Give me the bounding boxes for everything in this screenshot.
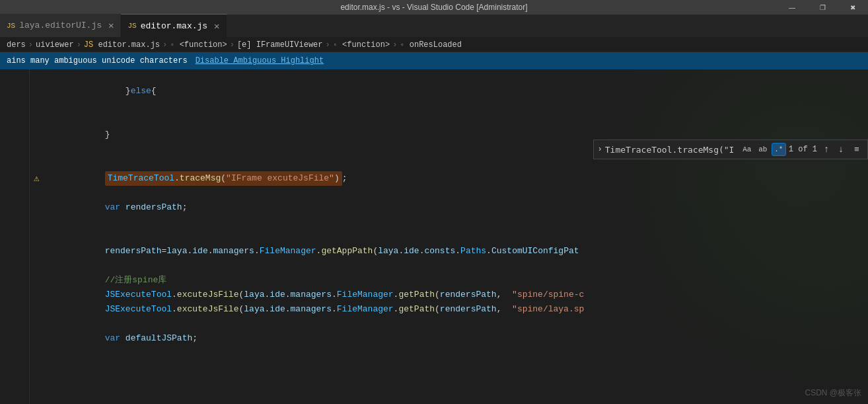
line-num	[7, 229, 22, 244]
search-nav: ↑ ↓	[820, 143, 848, 156]
search-chevron-icon: ›	[598, 145, 602, 154]
breadcrumb: ders › uiviewer › JS editor.max.js › ◦ <…	[0, 38, 868, 52]
line-numbers	[0, 69, 30, 404]
tab-bar: JS laya.editorUI.js ✕ JS editor.max.js ✕	[0, 15, 868, 38]
maximize-btn[interactable]: ✖	[838, 0, 868, 15]
line-num	[7, 215, 22, 229]
search-box: › Aa ab .* 1 of 1 ↑ ↓ ≡	[593, 140, 868, 159]
search-options: Aa ab .*	[740, 143, 786, 156]
breadcrumb-item-6[interactable]: ◦ <function>	[333, 40, 390, 50]
code-line-blank-9	[43, 259, 868, 273]
match-case-btn[interactable]: Aa	[740, 143, 754, 156]
whole-word-btn[interactable]: ab	[756, 143, 770, 156]
tab-label-1: laya.editorUI.js	[19, 20, 102, 30]
line-num	[7, 273, 22, 288]
minimize-btn[interactable]: —	[777, 0, 807, 15]
tab-editor-max[interactable]: JS editor.max.js ✕	[121, 14, 227, 37]
code-line-else: }else{	[43, 84, 868, 99]
breadcrumb-sep-4: ›	[230, 40, 235, 50]
line-num	[7, 331, 22, 346]
line-num	[7, 128, 22, 142]
tab-icon-2: JS	[127, 22, 136, 30]
regex-btn[interactable]: .*	[772, 143, 786, 156]
line-num	[7, 142, 22, 157]
search-prev-btn[interactable]: ↑	[820, 143, 833, 156]
breadcrumb-item-4[interactable]: ◦ <function>	[170, 40, 227, 50]
line-num	[7, 244, 22, 259]
line-num	[7, 186, 22, 200]
breadcrumb-sep-6: ›	[392, 40, 397, 50]
line-num	[7, 84, 22, 99]
search-result-count: 1 of 1	[789, 145, 817, 154]
line-num	[7, 259, 22, 273]
line-num	[7, 360, 22, 375]
tab-laya-editorui[interactable]: JS laya.editorUI.js ✕	[0, 14, 121, 37]
line-num	[7, 346, 22, 360]
window-title: editor.max.js - vs - Visual Studio Code …	[340, 3, 527, 12]
breadcrumb-item-2[interactable]: uiviewer	[36, 40, 74, 50]
title-bar: editor.max.js - vs - Visual Studio Code …	[0, 0, 868, 15]
tab-close-1[interactable]: ✕	[108, 20, 114, 31]
disable-ambiguous-highlight-link[interactable]: Disable Ambiguous Highlight	[196, 56, 324, 65]
tab-icon-1: JS	[7, 22, 15, 30]
code-line-blank-7	[43, 215, 868, 229]
breadcrumb-sep-5: ›	[326, 40, 330, 50]
search-close-btn[interactable]: ≡	[850, 143, 863, 156]
line-num	[7, 99, 22, 113]
line-num	[7, 302, 22, 317]
line-num	[7, 288, 22, 302]
editor-area: › Aa ab .* 1 of 1 ↑ ↓ ≡	[0, 69, 868, 404]
breadcrumb-item-3[interactable]: JS editor.max.js	[84, 40, 160, 50]
code-line-blank-6	[43, 186, 868, 200]
window-controls[interactable]: — ❐ ✖	[777, 0, 868, 15]
watermark: CSDN @极客张	[805, 387, 861, 399]
code-line-timetrace: ⚠ TimeTraceTool.traceMsg("IFrame excuteJ…	[43, 171, 868, 186]
breadcrumb-item-5[interactable]: [e] IFrameUIViewer	[237, 40, 323, 50]
breadcrumb-sep-3: ›	[163, 40, 167, 50]
line-num	[7, 157, 22, 171]
line-num	[7, 113, 22, 128]
breadcrumb-sep-1: ›	[28, 40, 33, 50]
restore-btn[interactable]: ❐	[807, 0, 838, 15]
line-num	[7, 200, 22, 215]
code-line-comment: //注册spine库	[43, 273, 868, 288]
code-line-blank-1	[43, 69, 868, 84]
breadcrumb-item-1[interactable]: ders	[7, 40, 26, 50]
code-line-blank-8	[43, 229, 868, 244]
search-next-btn[interactable]: ↓	[834, 143, 848, 156]
tab-label-2: editor.max.js	[141, 21, 207, 31]
breadcrumb-item-7[interactable]: ◦ onResLoaded	[400, 40, 462, 50]
code-content: }else{ } ⚠ TimeTraceTool.traceMsg("IFram…	[30, 69, 868, 404]
line-num	[7, 375, 22, 389]
code-line-blank-10	[43, 317, 868, 331]
line-num	[7, 317, 22, 331]
breadcrumb-sep-2: ›	[77, 40, 81, 50]
search-input[interactable]	[605, 145, 737, 155]
code-line-default-js: var defaultJSPath;	[43, 331, 868, 346]
code-line-spine-1: JSExecuteTool.excuteJsFile(laya.ide.mana…	[43, 288, 868, 302]
line-num	[7, 171, 22, 186]
notification-text: ains many ambiguous unicode characters	[7, 56, 188, 65]
code-line-blank-2	[43, 99, 868, 113]
tab-close-2[interactable]: ✕	[214, 20, 219, 32]
code-line-spine-2: JSExecuteTool.excuteJsFile(laya.ide.mana…	[43, 302, 868, 317]
code-line-var-renders: var rendersPath;	[43, 200, 868, 215]
code-line-renders-assign: rendersPath=laya.ide.managers.FileManage…	[43, 244, 868, 259]
notification-bar: ains many ambiguous unicode characters D…	[0, 52, 868, 69]
code-line-blank-3	[43, 113, 868, 128]
line-num	[7, 69, 22, 84]
warning-icon: ⚠	[34, 171, 39, 186]
